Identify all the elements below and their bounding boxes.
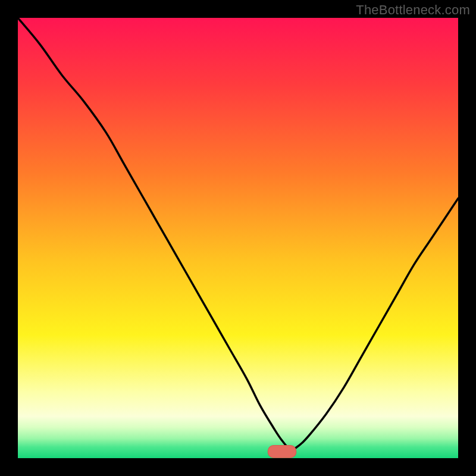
- bottleneck-chart: [18, 18, 458, 458]
- watermark-label: TheBottleneck.com: [356, 2, 470, 18]
- gradient-background: [18, 18, 458, 458]
- chart-frame: TheBottleneck.com: [0, 0, 476, 476]
- optimal-marker: [268, 446, 296, 458]
